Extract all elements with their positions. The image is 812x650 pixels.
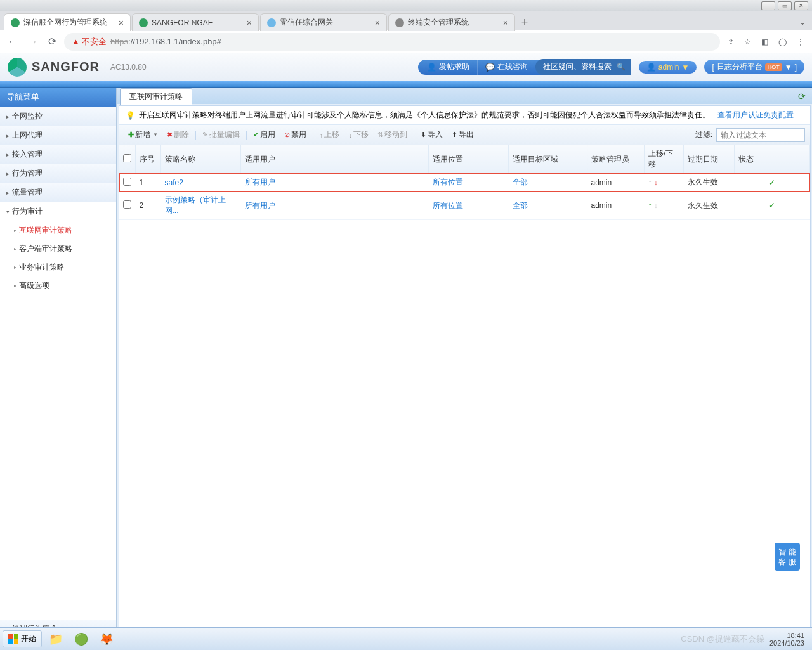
export-button[interactable]: ⬆导出: [448, 127, 478, 142]
area-link[interactable]: 全部: [513, 178, 528, 186]
enable-button[interactable]: ✔启用: [249, 127, 279, 142]
url-input[interactable]: ▲ 不安全 https://192.168.1.1/index.php#: [64, 33, 720, 51]
address-bar: ← → ⟳ ▲ 不安全 https://192.168.1.1/index.ph…: [0, 30, 812, 53]
chrome-icon[interactable]: 🟢: [70, 630, 93, 648]
location-link[interactable]: 所有位置: [433, 201, 463, 210]
separator: [414, 131, 414, 140]
sidebar-item-traffic[interactable]: ▸流量管理: [0, 183, 116, 202]
reload-button[interactable]: ⟳: [46, 33, 59, 50]
move-to-button[interactable]: ⇅移动到: [374, 127, 411, 142]
table-header-row: 序号 策略名称 适用用户 适用位置 适用目标区域 策略管理员 上移/下移 过期日…: [119, 145, 810, 174]
arrow-down-icon[interactable]: ↓: [654, 201, 658, 210]
separator: [313, 131, 313, 140]
chevron-down-icon: ▾: [6, 209, 10, 215]
sidebar-sub-client-audit[interactable]: ▸客户端审计策略: [0, 240, 116, 258]
refresh-icon[interactable]: ⟳: [794, 91, 809, 101]
main-tab-bar: 互联网审计策略 ⟳: [117, 88, 812, 104]
disable-button[interactable]: ⊘禁用: [280, 127, 310, 142]
move-down-button[interactable]: ↓下移: [344, 127, 372, 142]
sidebar-title: 导航菜单: [0, 88, 116, 107]
col-user[interactable]: 适用用户: [241, 145, 429, 174]
menu-icon[interactable]: ⋮: [794, 35, 807, 49]
area-link[interactable]: 全部: [513, 201, 528, 210]
chevron-right-icon: ▸: [6, 114, 10, 120]
col-expire[interactable]: 过期日期: [684, 145, 735, 174]
user-dropdown[interactable]: 👤 admin ▼: [639, 61, 697, 74]
policy-name-link[interactable]: safe2: [165, 178, 183, 187]
filter-input[interactable]: [716, 128, 805, 142]
close-icon[interactable]: ×: [247, 18, 252, 28]
arrow-up-icon[interactable]: ↑: [648, 178, 652, 187]
share-icon[interactable]: ⇪: [725, 35, 737, 49]
log-platform-dropdown[interactable]: [ 日志分析平台 HOT ▼ ]: [704, 60, 804, 74]
sidebar-item-audit[interactable]: ▾行为审计: [0, 202, 116, 221]
col-area[interactable]: 适用目标区域: [509, 145, 587, 174]
close-window-button[interactable]: ✕: [794, 1, 808, 10]
import-button[interactable]: ⬇导入: [417, 127, 447, 142]
col-admin[interactable]: 策略管理员: [587, 145, 645, 174]
browser-tab-2[interactable]: 零信任综合网关 ×: [260, 13, 387, 31]
browser-tab-3[interactable]: 终端安全管理系统 ×: [388, 13, 515, 31]
sidebar-item-proxy[interactable]: ▸上网代理: [0, 126, 116, 145]
col-move[interactable]: 上移/下移: [645, 145, 684, 174]
community-search[interactable]: 社区疑问、资料搜索: [535, 59, 631, 75]
notice-link[interactable]: 查看用户认证免责配置: [717, 110, 794, 120]
extensions-icon[interactable]: ◧: [759, 35, 771, 49]
browser-tab-0[interactable]: 深信服全网行为管理系统 ×: [4, 13, 131, 31]
clock[interactable]: 18:41 2024/10/23: [769, 632, 804, 647]
delete-button[interactable]: ✖删除: [163, 127, 193, 142]
watermark-text: CSDN @捉迷藏不会躲: [681, 634, 764, 645]
forward-button[interactable]: →: [25, 34, 41, 50]
row-checkbox[interactable]: [123, 200, 131, 209]
sidebar-sub-advanced[interactable]: ▸高级选项: [0, 276, 116, 295]
tab-internet-audit[interactable]: 互联网审计策略: [120, 88, 192, 105]
close-icon[interactable]: ×: [503, 18, 508, 28]
sangfor-logo-icon: [8, 58, 27, 77]
check-icon: ✓: [769, 178, 775, 187]
chat-button[interactable]: 💬 在线咨询: [477, 59, 535, 75]
back-button[interactable]: ←: [5, 34, 20, 50]
location-link[interactable]: 所有位置: [433, 178, 463, 186]
arrow-up-icon[interactable]: ↑: [648, 201, 652, 210]
profile-icon[interactable]: ◯: [776, 35, 789, 49]
close-icon[interactable]: ×: [119, 18, 124, 28]
row-checkbox[interactable]: [123, 178, 131, 186]
new-tab-button[interactable]: +: [516, 14, 533, 30]
col-location[interactable]: 适用位置: [429, 145, 509, 174]
tab-title: 终端安全管理系统: [408, 17, 499, 28]
explorer-icon[interactable]: 📁: [44, 630, 67, 648]
close-icon[interactable]: ×: [375, 18, 380, 28]
maximize-button[interactable]: ▭: [778, 1, 792, 10]
window-controls: — ▭ ✕: [0, 0, 812, 11]
cell-admin: admin: [587, 192, 645, 220]
plus-icon: ✚: [128, 131, 134, 139]
table-row[interactable]: 1 safe2 所有用户 所有位置 全部 admin ↑ ↓ 永久生效 ✓: [119, 174, 810, 192]
start-button[interactable]: 开始: [3, 630, 42, 647]
table-row[interactable]: 2 示例策略（审计上网... 所有用户 所有位置 全部 admin ↑ ↓ 永久…: [119, 192, 810, 220]
user-link[interactable]: 所有用户: [245, 178, 275, 186]
cell-idx: 2: [136, 192, 161, 220]
select-all-checkbox[interactable]: [123, 154, 131, 162]
move-up-button[interactable]: ↑上移: [316, 127, 344, 142]
add-button[interactable]: ✚新增▼: [124, 127, 162, 142]
sidebar-item-behavior[interactable]: ▸行为管理: [0, 164, 116, 183]
arrow-down-icon[interactable]: ↓: [654, 178, 658, 187]
sidebar-sub-business-audit[interactable]: ▸业务审计策略: [0, 258, 116, 276]
minimize-button[interactable]: —: [761, 1, 775, 10]
sidebar-item-netmonitor[interactable]: ▸全网监控: [0, 107, 116, 126]
tab-overflow-button[interactable]: ⌄: [793, 18, 812, 27]
url-text: https://192.168.1.1/index.php#: [110, 37, 221, 46]
smart-service-button[interactable]: 智 能 客 服: [775, 543, 800, 571]
col-status[interactable]: 状态: [735, 145, 810, 174]
policy-name-link[interactable]: 示例策略（审计上网...: [165, 195, 226, 215]
firefox-icon[interactable]: 🦊: [95, 630, 118, 648]
col-name[interactable]: 策略名称: [161, 145, 241, 174]
col-index[interactable]: 序号: [136, 145, 161, 174]
bookmark-icon[interactable]: ☆: [742, 35, 754, 49]
user-link[interactable]: 所有用户: [245, 201, 275, 210]
sidebar-item-access[interactable]: ▸接入管理: [0, 145, 116, 164]
batch-edit-button[interactable]: ✎批量编辑: [199, 127, 244, 142]
browser-tab-1[interactable]: SANGFOR NGAF ×: [132, 13, 259, 31]
sidebar-sub-internet-audit[interactable]: ▸互联网审计策略: [0, 221, 116, 240]
help-button[interactable]: 👤 发帖求助: [419, 59, 477, 75]
